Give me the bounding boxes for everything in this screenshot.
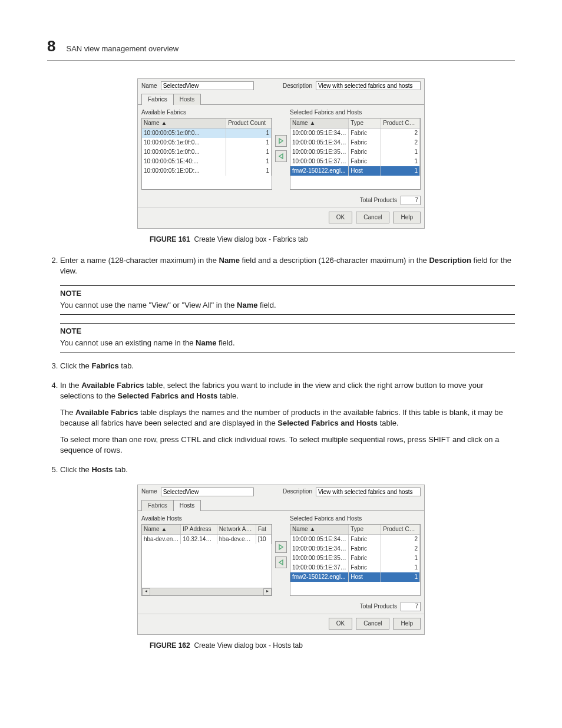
note-body: You cannot use an existing name in the N… (60, 338, 515, 348)
note-body: You cannot use the name "View" or "View … (60, 300, 515, 311)
help-button[interactable]: Help (393, 212, 421, 223)
col-name[interactable]: Name ▲ (142, 525, 181, 535)
table-row: 10:00:00:05:1E:37:...Fabric1 (290, 563, 420, 572)
col-name[interactable]: Name ▲ (290, 525, 349, 535)
selected-panel: Selected Fabrics and Hosts Name ▲ Type P… (290, 107, 421, 190)
col-net-addr[interactable]: Network Address (217, 525, 256, 535)
help-button[interactable]: Help (393, 618, 421, 630)
table-row: 10:00:00:05:1e:0f:0...1 (142, 129, 272, 139)
description-input[interactable] (316, 81, 421, 90)
total-products-value: 7 (401, 196, 421, 205)
col-fat[interactable]: Fat (256, 525, 271, 535)
description-input[interactable] (316, 487, 421, 496)
table-row: 10:00:00:05:1E:0D:...1 (142, 166, 272, 176)
table-row: 10:00:00:05:1E:34:...Fabric2 (290, 534, 420, 544)
cancel-button[interactable]: Cancel (356, 618, 389, 630)
name-label: Name (141, 82, 157, 90)
col-ip[interactable]: IP Address (181, 525, 217, 535)
col-name[interactable]: Name ▲ (142, 118, 226, 129)
button-row: OK Cancel Help (138, 614, 424, 634)
page-header: 8 SAN view management overview (47, 35, 515, 61)
col-product-count[interactable]: Product Count (381, 525, 420, 535)
table-row: hba-dev.engl...10.32.149.194hba-dev.engl… (142, 534, 272, 544)
table-row: 10:00:00:05:1e:0f:0...1 (142, 138, 272, 147)
table-row: 10:00:00:05:1E:40:...1 (142, 157, 272, 166)
chapter-number: 8 (47, 35, 55, 57)
table-row: fmw2-150122.engl...Host1 (290, 166, 420, 176)
step-4: In the Available Fabrics table, select t… (60, 380, 515, 456)
note-title: NOTE (60, 288, 515, 299)
table-row: fmw2-150122.engl...Host1 (290, 572, 420, 582)
available-fabrics-table[interactable]: Name ▲ Product Count 10:00:00:05:1e:0f:0… (141, 118, 272, 190)
caption-label: FIGURE 162 (150, 641, 190, 650)
selected-title: Selected Fabrics and Hosts (290, 515, 421, 523)
name-input[interactable] (161, 81, 254, 90)
dialog-header-row: Name Description (138, 79, 424, 91)
note-2: NOTE You cannot use an existing name in … (60, 323, 515, 353)
step-3: Click the Fabrics tab. (60, 361, 515, 371)
figure-161-caption: FIGURE 161 Create View dialog box - Fabr… (150, 235, 515, 245)
tab-strip: Fabrics Hosts (141, 94, 421, 105)
caption-label: FIGURE 161 (150, 235, 190, 243)
description-label: Description (283, 487, 312, 496)
table-row: 10:00:00:05:1E:34:...Fabric2 (290, 138, 420, 147)
selected-table[interactable]: Name ▲ Type Product Count 10:00:00:05:1E… (290, 524, 421, 596)
total-products-label: Total Products (360, 196, 397, 205)
tab-hosts[interactable]: Hosts (173, 94, 201, 105)
ok-button[interactable]: OK (329, 212, 352, 223)
scroll-right-icon[interactable]: ▸ (263, 588, 272, 595)
step-4-p3: To select more than one row, press CTRL … (60, 434, 515, 456)
selected-panel: Selected Fabrics and Hosts Name ▲ Type P… (290, 513, 421, 596)
selected-table[interactable]: Name ▲ Type Product Count 10:00:00:05:1E… (290, 118, 421, 190)
move-left-button[interactable] (275, 556, 287, 568)
caption-text: Create View dialog box - Fabrics tab (194, 235, 308, 243)
available-hosts-table[interactable]: Name ▲ IP Address Network Address Fat hb… (141, 524, 272, 596)
col-type[interactable]: Type (349, 118, 381, 129)
move-right-button[interactable] (275, 541, 287, 553)
selected-title: Selected Fabrics and Hosts (290, 108, 421, 117)
tab-fabrics[interactable]: Fabrics (141, 500, 174, 511)
description-label: Description (283, 82, 312, 90)
col-name[interactable]: Name ▲ (290, 118, 349, 129)
ok-button[interactable]: OK (329, 618, 352, 630)
step-5: Click the Hosts tab. (60, 465, 515, 475)
arrow-column (275, 107, 287, 190)
available-hosts-title: Available Hosts (141, 515, 272, 523)
name-input[interactable] (161, 487, 254, 496)
steps-list-2: Click the Fabrics tab. In the Available … (47, 361, 515, 475)
table-row: 10:00:00:05:1e:0f:0...1 (142, 147, 272, 157)
move-left-button[interactable] (275, 150, 287, 162)
steps-list: Enter a name (128-character maximum) in … (47, 255, 515, 276)
col-product-count[interactable]: Product Count (226, 118, 272, 129)
move-right-button[interactable] (275, 135, 287, 147)
button-row: OK Cancel Help (138, 207, 424, 228)
note-1: NOTE You cannot use the name "View" or "… (60, 285, 515, 315)
available-hosts-panel: Available Hosts Name ▲ IP Address Networ… (141, 513, 272, 596)
table-row: 10:00:00:05:1E:34:...Fabric2 (290, 544, 420, 554)
table-row: 10:00:00:05:1E:35:...Fabric1 (290, 554, 420, 563)
tab-fabrics[interactable]: Fabrics (141, 94, 174, 105)
tab-hosts[interactable]: Hosts (173, 500, 201, 511)
tab-strip: Fabrics Hosts (141, 500, 421, 511)
col-type[interactable]: Type (349, 525, 381, 535)
col-product-count[interactable]: Product Count (381, 118, 420, 129)
dialog-header-row: Name Description (138, 485, 424, 498)
create-view-dialog-fabrics: Name Description Fabrics Hosts Available… (137, 78, 425, 229)
total-row: Total Products 7 (138, 599, 424, 614)
step-2: Enter a name (128-character maximum) in … (60, 255, 515, 276)
table-row: 10:00:00:05:1E:37:...Fabric1 (290, 157, 420, 166)
cancel-button[interactable]: Cancel (356, 212, 389, 223)
table-row: 10:00:00:05:1E:34:...Fabric2 (290, 129, 420, 139)
arrow-column (275, 513, 287, 596)
scroll-left-icon[interactable]: ◂ (142, 588, 150, 595)
note-title: NOTE (60, 326, 515, 337)
name-label: Name (141, 487, 157, 496)
caption-text: Create View dialog box - Hosts tab (194, 641, 303, 650)
table-row: 10:00:00:05:1E:35:...Fabric1 (290, 147, 420, 157)
create-view-dialog-hosts: Name Description Fabrics Hosts Available… (137, 485, 425, 635)
horizontal-scrollbar[interactable]: ◂ ▸ (142, 588, 272, 595)
chapter-title: SAN view management overview (66, 44, 178, 54)
available-fabrics-title: Available Fabrics (141, 108, 272, 117)
available-fabrics-panel: Available Fabrics Name ▲ Product Count 1… (141, 107, 272, 190)
total-row: Total Products 7 (138, 193, 424, 207)
